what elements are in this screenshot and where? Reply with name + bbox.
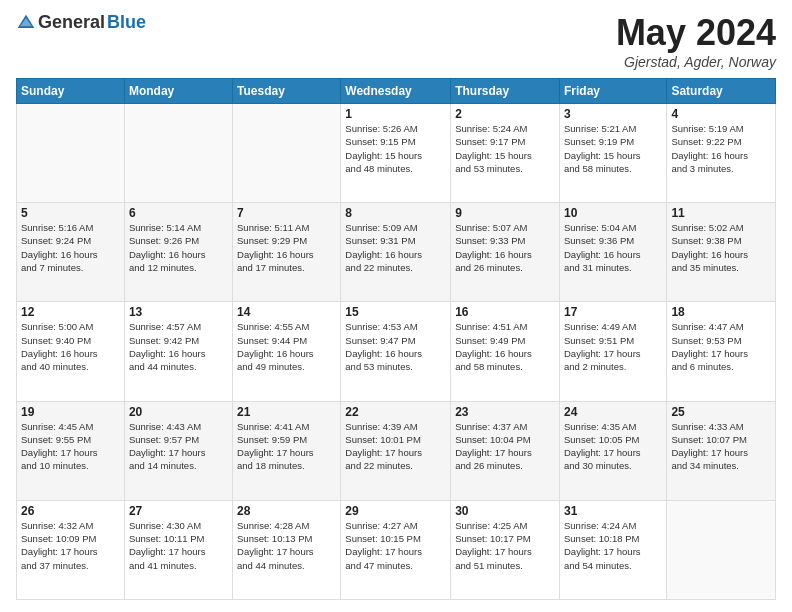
col-monday: Monday: [124, 79, 232, 104]
day-number: 19: [21, 405, 120, 419]
day-number: 22: [345, 405, 446, 419]
day-number: 11: [671, 206, 771, 220]
day-number: 6: [129, 206, 228, 220]
day-info: Sunrise: 4:55 AM Sunset: 9:44 PM Dayligh…: [237, 320, 336, 373]
day-number: 5: [21, 206, 120, 220]
calendar-cell: 27Sunrise: 4:30 AM Sunset: 10:11 PM Dayl…: [124, 500, 232, 599]
day-number: 3: [564, 107, 662, 121]
calendar-cell: 13Sunrise: 4:57 AM Sunset: 9:42 PM Dayli…: [124, 302, 232, 401]
day-number: 13: [129, 305, 228, 319]
day-info: Sunrise: 4:35 AM Sunset: 10:05 PM Daylig…: [564, 420, 662, 473]
day-info: Sunrise: 5:24 AM Sunset: 9:17 PM Dayligh…: [455, 122, 555, 175]
day-info: Sunrise: 4:49 AM Sunset: 9:51 PM Dayligh…: [564, 320, 662, 373]
col-sunday: Sunday: [17, 79, 125, 104]
calendar-cell: 23Sunrise: 4:37 AM Sunset: 10:04 PM Dayl…: [451, 401, 560, 500]
day-info: Sunrise: 4:37 AM Sunset: 10:04 PM Daylig…: [455, 420, 555, 473]
calendar-body: 1Sunrise: 5:26 AM Sunset: 9:15 PM Daylig…: [17, 104, 776, 600]
day-number: 9: [455, 206, 555, 220]
logo-blue: Blue: [107, 12, 146, 33]
calendar-cell: 3Sunrise: 5:21 AM Sunset: 9:19 PM Daylig…: [559, 104, 666, 203]
calendar-header: Sunday Monday Tuesday Wednesday Thursday…: [17, 79, 776, 104]
calendar-cell: 26Sunrise: 4:32 AM Sunset: 10:09 PM Dayl…: [17, 500, 125, 599]
day-info: Sunrise: 4:47 AM Sunset: 9:53 PM Dayligh…: [671, 320, 771, 373]
calendar-cell: 1Sunrise: 5:26 AM Sunset: 9:15 PM Daylig…: [341, 104, 451, 203]
calendar-cell: 28Sunrise: 4:28 AM Sunset: 10:13 PM Dayl…: [233, 500, 341, 599]
calendar-cell: [667, 500, 776, 599]
col-saturday: Saturday: [667, 79, 776, 104]
day-number: 8: [345, 206, 446, 220]
day-info: Sunrise: 4:28 AM Sunset: 10:13 PM Daylig…: [237, 519, 336, 572]
calendar-cell: 18Sunrise: 4:47 AM Sunset: 9:53 PM Dayli…: [667, 302, 776, 401]
calendar-cell: 11Sunrise: 5:02 AM Sunset: 9:38 PM Dayli…: [667, 203, 776, 302]
day-number: 21: [237, 405, 336, 419]
calendar-cell: 4Sunrise: 5:19 AM Sunset: 9:22 PM Daylig…: [667, 104, 776, 203]
calendar-cell: 31Sunrise: 4:24 AM Sunset: 10:18 PM Dayl…: [559, 500, 666, 599]
calendar: Sunday Monday Tuesday Wednesday Thursday…: [16, 78, 776, 600]
calendar-cell: [233, 104, 341, 203]
day-info: Sunrise: 5:26 AM Sunset: 9:15 PM Dayligh…: [345, 122, 446, 175]
day-info: Sunrise: 4:43 AM Sunset: 9:57 PM Dayligh…: [129, 420, 228, 473]
calendar-cell: 2Sunrise: 5:24 AM Sunset: 9:17 PM Daylig…: [451, 104, 560, 203]
calendar-cell: 22Sunrise: 4:39 AM Sunset: 10:01 PM Dayl…: [341, 401, 451, 500]
day-info: Sunrise: 4:39 AM Sunset: 10:01 PM Daylig…: [345, 420, 446, 473]
day-number: 15: [345, 305, 446, 319]
calendar-week-4: 19Sunrise: 4:45 AM Sunset: 9:55 PM Dayli…: [17, 401, 776, 500]
calendar-cell: 8Sunrise: 5:09 AM Sunset: 9:31 PM Daylig…: [341, 203, 451, 302]
day-info: Sunrise: 4:33 AM Sunset: 10:07 PM Daylig…: [671, 420, 771, 473]
logo-text: GeneralBlue: [16, 12, 146, 33]
day-info: Sunrise: 5:09 AM Sunset: 9:31 PM Dayligh…: [345, 221, 446, 274]
day-number: 16: [455, 305, 555, 319]
col-thursday: Thursday: [451, 79, 560, 104]
calendar-cell: 10Sunrise: 5:04 AM Sunset: 9:36 PM Dayli…: [559, 203, 666, 302]
calendar-cell: 12Sunrise: 5:00 AM Sunset: 9:40 PM Dayli…: [17, 302, 125, 401]
day-number: 25: [671, 405, 771, 419]
calendar-week-3: 12Sunrise: 5:00 AM Sunset: 9:40 PM Dayli…: [17, 302, 776, 401]
month-title: May 2024: [616, 12, 776, 54]
day-number: 26: [21, 504, 120, 518]
day-info: Sunrise: 4:53 AM Sunset: 9:47 PM Dayligh…: [345, 320, 446, 373]
day-info: Sunrise: 4:24 AM Sunset: 10:18 PM Daylig…: [564, 519, 662, 572]
day-number: 10: [564, 206, 662, 220]
day-info: Sunrise: 5:02 AM Sunset: 9:38 PM Dayligh…: [671, 221, 771, 274]
day-number: 18: [671, 305, 771, 319]
calendar-cell: [124, 104, 232, 203]
col-wednesday: Wednesday: [341, 79, 451, 104]
title-section: May 2024 Gjerstad, Agder, Norway: [616, 12, 776, 70]
calendar-cell: [17, 104, 125, 203]
day-info: Sunrise: 5:14 AM Sunset: 9:26 PM Dayligh…: [129, 221, 228, 274]
day-number: 1: [345, 107, 446, 121]
calendar-week-1: 1Sunrise: 5:26 AM Sunset: 9:15 PM Daylig…: [17, 104, 776, 203]
calendar-cell: 24Sunrise: 4:35 AM Sunset: 10:05 PM Dayl…: [559, 401, 666, 500]
day-info: Sunrise: 5:11 AM Sunset: 9:29 PM Dayligh…: [237, 221, 336, 274]
day-number: 30: [455, 504, 555, 518]
day-info: Sunrise: 5:16 AM Sunset: 9:24 PM Dayligh…: [21, 221, 120, 274]
calendar-cell: 25Sunrise: 4:33 AM Sunset: 10:07 PM Dayl…: [667, 401, 776, 500]
day-info: Sunrise: 5:04 AM Sunset: 9:36 PM Dayligh…: [564, 221, 662, 274]
day-number: 4: [671, 107, 771, 121]
calendar-cell: 20Sunrise: 4:43 AM Sunset: 9:57 PM Dayli…: [124, 401, 232, 500]
day-info: Sunrise: 5:21 AM Sunset: 9:19 PM Dayligh…: [564, 122, 662, 175]
calendar-cell: 30Sunrise: 4:25 AM Sunset: 10:17 PM Dayl…: [451, 500, 560, 599]
day-info: Sunrise: 5:00 AM Sunset: 9:40 PM Dayligh…: [21, 320, 120, 373]
calendar-cell: 15Sunrise: 4:53 AM Sunset: 9:47 PM Dayli…: [341, 302, 451, 401]
calendar-cell: 17Sunrise: 4:49 AM Sunset: 9:51 PM Dayli…: [559, 302, 666, 401]
day-info: Sunrise: 5:19 AM Sunset: 9:22 PM Dayligh…: [671, 122, 771, 175]
location: Gjerstad, Agder, Norway: [616, 54, 776, 70]
day-info: Sunrise: 4:30 AM Sunset: 10:11 PM Daylig…: [129, 519, 228, 572]
calendar-cell: 16Sunrise: 4:51 AM Sunset: 9:49 PM Dayli…: [451, 302, 560, 401]
logo-icon: [16, 13, 36, 33]
calendar-cell: 19Sunrise: 4:45 AM Sunset: 9:55 PM Dayli…: [17, 401, 125, 500]
calendar-cell: 21Sunrise: 4:41 AM Sunset: 9:59 PM Dayli…: [233, 401, 341, 500]
day-number: 29: [345, 504, 446, 518]
day-number: 17: [564, 305, 662, 319]
day-number: 7: [237, 206, 336, 220]
col-friday: Friday: [559, 79, 666, 104]
calendar-cell: 5Sunrise: 5:16 AM Sunset: 9:24 PM Daylig…: [17, 203, 125, 302]
day-number: 27: [129, 504, 228, 518]
calendar-cell: 6Sunrise: 5:14 AM Sunset: 9:26 PM Daylig…: [124, 203, 232, 302]
day-info: Sunrise: 4:27 AM Sunset: 10:15 PM Daylig…: [345, 519, 446, 572]
calendar-cell: 14Sunrise: 4:55 AM Sunset: 9:44 PM Dayli…: [233, 302, 341, 401]
day-info: Sunrise: 4:51 AM Sunset: 9:49 PM Dayligh…: [455, 320, 555, 373]
day-number: 12: [21, 305, 120, 319]
header: GeneralBlue May 2024 Gjerstad, Agder, No…: [16, 12, 776, 70]
